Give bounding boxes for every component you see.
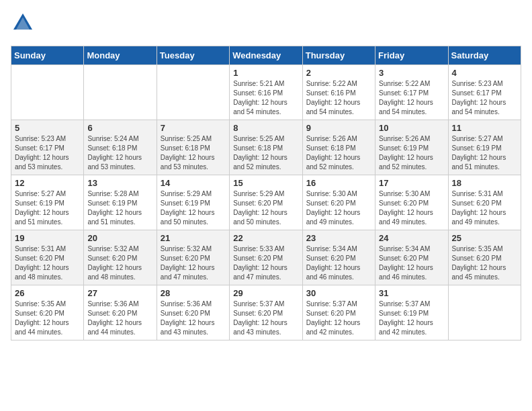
logo-graphic [11,11,35,38]
day-number: 21 [161,233,226,243]
day-info: Sunrise: 5:27 AMSunset: 6:19 PMDaylight:… [15,189,80,227]
day-number: 3 [379,68,444,78]
day-number: 28 [161,288,226,298]
day-info: Sunrise: 5:23 AMSunset: 6:17 PMDaylight:… [15,134,80,172]
calendar-cell: 24Sunrise: 5:34 AMSunset: 6:20 PMDayligh… [375,230,448,285]
day-number: 27 [87,288,152,298]
calendar-cell: 3Sunrise: 5:22 AMSunset: 6:17 PMDaylight… [375,65,448,120]
day-number: 23 [306,233,371,243]
calendar-cell: 8Sunrise: 5:25 AMSunset: 6:18 PMDaylight… [230,120,302,175]
calendar-cell: 31Sunrise: 5:37 AMSunset: 6:19 PMDayligh… [375,285,448,340]
day-info: Sunrise: 5:35 AMSunset: 6:20 PMDaylight:… [452,244,517,282]
calendar-cell: 6Sunrise: 5:24 AMSunset: 6:18 PMDaylight… [84,120,157,175]
day-info: Sunrise: 5:22 AMSunset: 6:16 PMDaylight:… [306,79,371,117]
day-info: Sunrise: 5:25 AMSunset: 6:18 PMDaylight:… [161,134,226,172]
day-info: Sunrise: 5:28 AMSunset: 6:19 PMDaylight:… [87,189,152,227]
calendar-cell: 4Sunrise: 5:23 AMSunset: 6:17 PMDaylight… [448,65,521,120]
calendar-table: SundayMondayTuesdayWednesdayThursdayFrid… [11,46,521,340]
calendar-week-row: 12Sunrise: 5:27 AMSunset: 6:19 PMDayligh… [11,175,521,230]
day-number: 9 [306,123,371,133]
day-info: Sunrise: 5:32 AMSunset: 6:20 PMDaylight:… [87,244,152,282]
day-info: Sunrise: 5:37 AMSunset: 6:20 PMDaylight:… [233,300,298,337]
day-info: Sunrise: 5:29 AMSunset: 6:20 PMDaylight:… [233,189,298,227]
day-number: 20 [87,233,152,243]
calendar-cell: 14Sunrise: 5:29 AMSunset: 6:19 PMDayligh… [157,175,229,230]
calendar-cell: 29Sunrise: 5:37 AMSunset: 6:20 PMDayligh… [230,285,302,340]
calendar-cell: 16Sunrise: 5:30 AMSunset: 6:20 PMDayligh… [302,175,375,230]
day-number: 11 [452,123,517,133]
weekday-header: Tuesday [157,46,229,65]
calendar-cell: 22Sunrise: 5:33 AMSunset: 6:20 PMDayligh… [230,230,302,285]
day-number: 5 [15,123,80,133]
day-number: 12 [15,178,80,188]
calendar-week-row: 26Sunrise: 5:35 AMSunset: 6:20 PMDayligh… [11,285,521,340]
calendar-header-row: SundayMondayTuesdayWednesdayThursdayFrid… [11,46,521,65]
day-number: 15 [233,178,298,188]
day-info: Sunrise: 5:36 AMSunset: 6:20 PMDaylight:… [87,300,152,337]
day-info: Sunrise: 5:32 AMSunset: 6:20 PMDaylight:… [161,244,226,282]
day-info: Sunrise: 5:22 AMSunset: 6:17 PMDaylight:… [379,79,444,117]
day-number: 13 [87,178,152,188]
calendar-cell: 26Sunrise: 5:35 AMSunset: 6:20 PMDayligh… [11,285,84,340]
day-number: 31 [379,288,444,298]
calendar-cell [448,285,521,340]
day-info: Sunrise: 5:26 AMSunset: 6:19 PMDaylight:… [379,134,444,172]
day-info: Sunrise: 5:35 AMSunset: 6:20 PMDaylight:… [15,300,80,337]
calendar-cell: 27Sunrise: 5:36 AMSunset: 6:20 PMDayligh… [84,285,157,340]
calendar-cell: 20Sunrise: 5:32 AMSunset: 6:20 PMDayligh… [84,230,157,285]
day-number: 8 [233,123,298,133]
calendar-week-row: 1Sunrise: 5:21 AMSunset: 6:16 PMDaylight… [11,65,521,120]
calendar-cell: 15Sunrise: 5:29 AMSunset: 6:20 PMDayligh… [230,175,302,230]
calendar-cell: 17Sunrise: 5:30 AMSunset: 6:20 PMDayligh… [375,175,448,230]
day-info: Sunrise: 5:24 AMSunset: 6:18 PMDaylight:… [87,134,152,172]
calendar-cell [84,65,157,120]
weekday-header: Monday [84,46,157,65]
weekday-header: Wednesday [230,46,302,65]
day-number: 29 [233,288,298,298]
day-info: Sunrise: 5:37 AMSunset: 6:20 PMDaylight:… [306,300,371,337]
day-number: 25 [452,233,517,243]
calendar-cell [157,65,229,120]
day-info: Sunrise: 5:33 AMSunset: 6:20 PMDaylight:… [233,244,298,282]
day-info: Sunrise: 5:29 AMSunset: 6:19 PMDaylight:… [161,189,226,227]
calendar-cell: 25Sunrise: 5:35 AMSunset: 6:20 PMDayligh… [448,230,521,285]
day-number: 14 [161,178,226,188]
day-info: Sunrise: 5:34 AMSunset: 6:20 PMDaylight:… [306,244,371,282]
calendar-cell: 5Sunrise: 5:23 AMSunset: 6:17 PMDaylight… [11,120,84,175]
day-number: 26 [15,288,80,298]
calendar-week-row: 5Sunrise: 5:23 AMSunset: 6:17 PMDaylight… [11,120,521,175]
day-info: Sunrise: 5:23 AMSunset: 6:17 PMDaylight:… [452,79,517,117]
day-info: Sunrise: 5:36 AMSunset: 6:20 PMDaylight:… [161,300,226,337]
day-info: Sunrise: 5:31 AMSunset: 6:20 PMDaylight:… [452,189,517,227]
weekday-header: Thursday [302,46,375,65]
calendar-cell: 28Sunrise: 5:36 AMSunset: 6:20 PMDayligh… [157,285,229,340]
calendar-cell: 11Sunrise: 5:27 AMSunset: 6:19 PMDayligh… [448,120,521,175]
calendar-cell: 13Sunrise: 5:28 AMSunset: 6:19 PMDayligh… [84,175,157,230]
page-header [11,11,521,38]
weekday-header: Friday [375,46,448,65]
day-info: Sunrise: 5:30 AMSunset: 6:20 PMDaylight:… [306,189,371,227]
weekday-header: Sunday [11,46,84,65]
calendar-cell: 18Sunrise: 5:31 AMSunset: 6:20 PMDayligh… [448,175,521,230]
day-number: 22 [233,233,298,243]
day-number: 6 [87,123,152,133]
day-info: Sunrise: 5:30 AMSunset: 6:20 PMDaylight:… [379,189,444,227]
calendar-cell: 2Sunrise: 5:22 AMSunset: 6:16 PMDaylight… [302,65,375,120]
calendar-cell: 21Sunrise: 5:32 AMSunset: 6:20 PMDayligh… [157,230,229,285]
day-info: Sunrise: 5:31 AMSunset: 6:20 PMDaylight:… [15,244,80,282]
calendar-cell: 19Sunrise: 5:31 AMSunset: 6:20 PMDayligh… [11,230,84,285]
calendar-cell: 10Sunrise: 5:26 AMSunset: 6:19 PMDayligh… [375,120,448,175]
day-number: 30 [306,288,371,298]
day-number: 16 [306,178,371,188]
day-info: Sunrise: 5:27 AMSunset: 6:19 PMDaylight:… [452,134,517,172]
day-number: 2 [306,68,371,78]
day-info: Sunrise: 5:26 AMSunset: 6:18 PMDaylight:… [306,134,371,172]
calendar-week-row: 19Sunrise: 5:31 AMSunset: 6:20 PMDayligh… [11,230,521,285]
calendar-cell [11,65,84,120]
day-number: 10 [379,123,444,133]
day-number: 7 [161,123,226,133]
logo [11,11,38,38]
calendar-cell: 9Sunrise: 5:26 AMSunset: 6:18 PMDaylight… [302,120,375,175]
day-number: 17 [379,178,444,188]
day-number: 19 [15,233,80,243]
